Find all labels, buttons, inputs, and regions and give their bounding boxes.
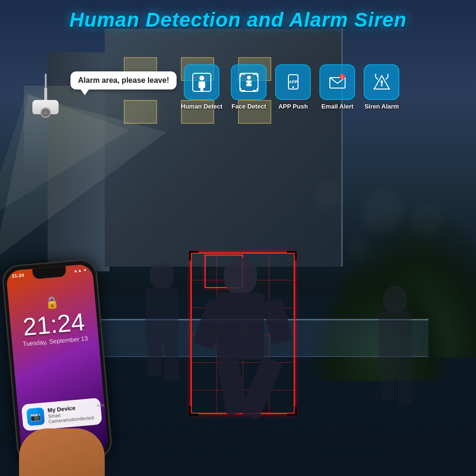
hand-holding-phone xyxy=(19,428,105,476)
svg-point-17 xyxy=(250,82,252,84)
face-detect-icon-box xyxy=(231,64,267,100)
notification-text-area: My Device Smart Cameramotiondected xyxy=(47,403,94,424)
siren-alarm-icon xyxy=(372,73,391,92)
intruder-figure-left xyxy=(138,262,186,381)
alarm-text: Alarm area, please leave! xyxy=(78,76,169,84)
svg-rect-14 xyxy=(253,90,256,91)
bokeh-2 xyxy=(314,181,343,209)
svg-rect-8 xyxy=(242,73,245,75)
app-push-label: APP Push xyxy=(278,103,308,110)
feature-face-detect: Face Detect xyxy=(231,64,267,110)
svg-rect-4 xyxy=(202,88,203,91)
face-detect-icon xyxy=(239,73,258,92)
svg-rect-10 xyxy=(253,73,256,75)
svg-rect-2 xyxy=(198,81,205,88)
svg-point-1 xyxy=(199,76,204,80)
camera-body xyxy=(32,100,59,114)
human-detect-icon-box xyxy=(184,64,219,100)
svg-rect-15 xyxy=(257,88,258,91)
svg-rect-12 xyxy=(242,90,245,91)
camera-lens xyxy=(40,108,51,118)
notification-app-icon: 📷 xyxy=(26,407,45,426)
window-4 xyxy=(124,100,157,124)
features-row: Human Detect xyxy=(181,64,399,110)
bokeh-1 xyxy=(362,190,405,233)
svg-rect-13 xyxy=(240,88,241,91)
svg-point-20 xyxy=(292,86,294,88)
face-detect-label: Face Detect xyxy=(231,103,266,110)
svg-point-25 xyxy=(381,84,383,86)
svg-point-6 xyxy=(247,76,251,79)
human-detect-label: Human Detect xyxy=(181,103,222,110)
svg-text:APP: APP xyxy=(289,79,298,84)
feature-email-alert: ! Email Alert xyxy=(319,64,355,110)
svg-rect-11 xyxy=(257,73,258,77)
email-alert-label: Email Alert xyxy=(321,103,353,110)
human-detect-icon xyxy=(192,73,211,92)
feature-human-detect: Human Detect xyxy=(181,64,222,110)
app-push-icon-box: APP xyxy=(275,64,311,100)
bokeh-3 xyxy=(409,205,443,238)
svg-rect-3 xyxy=(200,88,202,91)
phone-status-time: 21:24 xyxy=(11,272,24,278)
phone-status-icons: ▲▲ ✦ xyxy=(73,267,87,273)
camera-antenna xyxy=(45,74,47,88)
camera-mount xyxy=(44,88,47,100)
email-alert-icon: ! xyxy=(328,73,347,92)
app-push-icon: APP xyxy=(284,73,303,92)
siren-alarm-icon-box xyxy=(364,64,399,100)
phone-notch xyxy=(32,266,67,279)
main-scene: Alarm area, please leave! Human Detectio… xyxy=(0,0,476,476)
notification-time: now xyxy=(96,402,105,408)
feature-siren-alarm: Siren Alarm xyxy=(364,64,399,110)
alarm-speech-bubble: Alarm area, please leave! xyxy=(70,71,177,89)
svg-point-16 xyxy=(246,82,248,84)
phone-lock-icon: 🔒 xyxy=(44,295,60,310)
svg-rect-26 xyxy=(381,80,383,84)
phone-notification: 📷 My Device Smart Cameramotiondected now… xyxy=(21,397,102,431)
bokeh-4 xyxy=(347,238,371,262)
intruder-figure-main xyxy=(195,257,290,428)
main-title: Human Detection and Alarm Siren xyxy=(0,9,476,31)
siren-alarm-label: Siren Alarm xyxy=(365,103,399,110)
email-alert-icon-box: ! xyxy=(319,64,355,100)
security-camera xyxy=(32,74,59,114)
feature-app-push: APP APP Push xyxy=(275,64,311,110)
svg-text:!: ! xyxy=(341,75,343,79)
intruder-figure-right xyxy=(371,286,419,405)
svg-rect-9 xyxy=(240,73,241,77)
